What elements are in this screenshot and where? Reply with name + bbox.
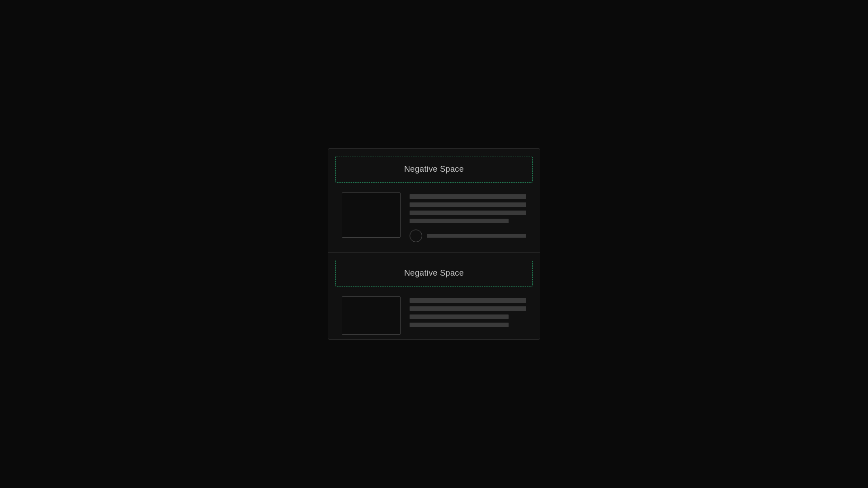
section-2: Negative Space [328,260,540,339]
text-line [410,323,509,327]
negative-space-banner-2: Negative Space [335,260,533,286]
card-footer-1 [410,230,526,242]
main-container: Negative Space Negative Space [328,148,540,340]
text-line [410,202,526,207]
negative-space-label-1: Negative Space [404,164,464,174]
footer-line [427,234,526,238]
avatar-circle [410,230,422,242]
card-image-2 [342,296,401,335]
text-line [410,211,526,215]
text-line [410,306,526,311]
negative-space-banner-1: Negative Space [335,156,533,183]
section-1: Negative Space [328,156,540,252]
card-lines-2 [410,296,526,327]
card-image-1 [342,192,401,238]
card-content-2 [328,286,540,339]
section-divider [328,252,540,253]
card-lines-1 [410,192,526,242]
text-line [410,298,526,303]
card-content-1 [328,183,540,252]
text-line [410,314,509,319]
text-line [410,219,509,223]
negative-space-label-2: Negative Space [404,268,464,278]
text-line [410,194,526,199]
footer-lines [427,234,526,238]
